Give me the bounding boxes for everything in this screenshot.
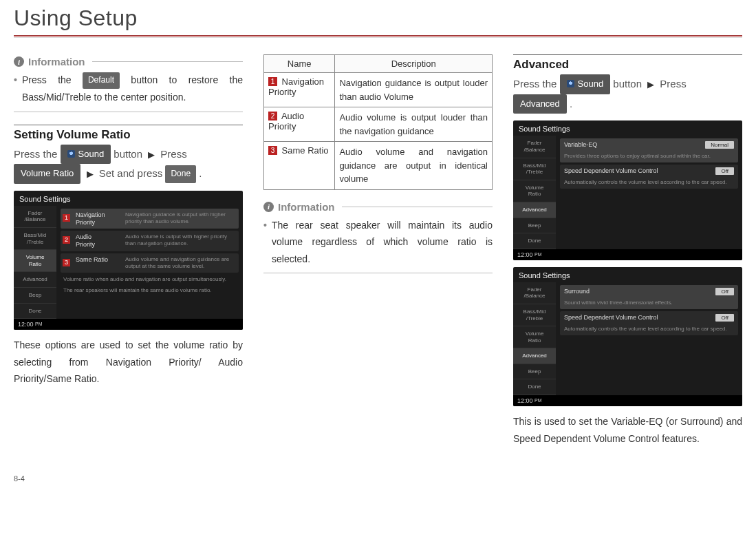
table-row: 3 Same RatioAudio volume and navigation … (264, 142, 493, 190)
sidebar-item[interactable]: Done (513, 379, 556, 395)
option-description: Navigation guidance is output with highe… (125, 211, 235, 225)
info-rule (263, 273, 493, 273)
table-cell-description: Navigation guidance is output louder tha… (335, 73, 493, 107)
column-1: i Information • Press the Default button… (14, 54, 243, 454)
info-heading-rule (342, 207, 493, 207)
sidebar-item[interactable]: Beep (14, 288, 56, 304)
row-number-badge: 1 (63, 214, 70, 222)
sidebar-item[interactable]: VolumeRatio (14, 250, 56, 272)
sidebar-item[interactable]: Fader/Balance (513, 136, 556, 158)
screenshot-note: Volume ratio when audio and navigation a… (61, 275, 239, 286)
option-name: Variable-EQ (564, 141, 701, 149)
option-row[interactable]: Speed Dependent Volume ControlOffAutomat… (560, 311, 738, 335)
option-value-button[interactable]: Off (715, 314, 734, 322)
info-rule (14, 112, 243, 112)
column-3: Advanced Press the Sound button ▶ Press … (513, 54, 742, 454)
option-description: Automatically controls the volume level … (564, 179, 734, 186)
info-icon: i (14, 56, 24, 67)
title-divider (14, 35, 742, 38)
flow-period: . (199, 167, 202, 179)
page-title: Using Setup (14, 6, 742, 31)
screenshot-sidebar: Fader/BalanceBass/Mid/TrebleVolumeRatioA… (14, 206, 56, 319)
column-2: Name Description 1 Navigation PriorityNa… (263, 54, 493, 454)
option-row[interactable]: 3Same RatioAudio volume and navigation g… (61, 253, 239, 273)
sidebar-item[interactable]: Advanced (14, 272, 56, 288)
arrow-icon: ▶ (87, 166, 94, 183)
row-number-badge: 1 (268, 77, 277, 86)
default-button[interactable]: Default (83, 72, 120, 89)
option-row[interactable]: SurroundOffSound within vivid three-dime… (560, 285, 738, 309)
sidebar-item[interactable]: Done (14, 304, 56, 319)
option-description: Audio volume is output with higher prior… (125, 233, 235, 247)
sidebar-item[interactable]: Bass/Mid/Treble (513, 304, 556, 326)
sidebar-item[interactable]: VolumeRatio (513, 180, 556, 202)
info-text-pre: Press the (22, 74, 83, 85)
sidebar-item[interactable]: Beep (513, 364, 556, 380)
information-heading: i Information (263, 201, 493, 213)
flow-text: Set and press (99, 167, 166, 179)
option-row[interactable]: Variable-EQNormalProvides three options … (560, 138, 738, 162)
table-cell-description: Audio volume is output louder than the n… (335, 107, 493, 142)
option-name: AudioPriority (65, 233, 121, 249)
table-cell-name: 3 Same Ratio (264, 142, 335, 190)
table-cell-description: Audio volume and navigation guidance are… (335, 142, 493, 190)
option-description: Sound within vivid three-dimensional eff… (564, 299, 734, 306)
information-heading: i Information (14, 56, 243, 67)
sidebar-item[interactable]: Done (513, 233, 556, 249)
table-cell-name: 2 Audio Priority (264, 107, 335, 142)
row-number-badge: 3 (268, 146, 277, 155)
sidebar-item[interactable]: Bass/Mid/Treble (14, 228, 56, 250)
setting-volume-ratio-heading: Setting Volume Ratio (14, 125, 243, 142)
option-value-button[interactable]: Normal (705, 141, 734, 149)
table-row: 1 Navigation PriorityNavigation guidance… (264, 73, 493, 107)
sound-button[interactable]: Sound (560, 74, 611, 94)
screenshot-main: 1NavigationPriorityNavigation guidance i… (56, 206, 243, 319)
table-header-name: Name (264, 55, 335, 73)
option-row[interactable]: Speed Dependent Volume ControlOffAutomat… (560, 165, 738, 189)
flow-text: Press (660, 78, 686, 90)
sidebar-item[interactable]: Bass/Mid/Treble (513, 158, 556, 180)
sidebar-item[interactable]: Fader/Balance (14, 206, 56, 228)
sound-button[interactable]: Sound (61, 145, 111, 165)
row-number-badge: 2 (268, 112, 277, 120)
screenshot-clock: 12:00 PM (513, 249, 742, 260)
screenshot-title: Sound Settings (513, 267, 742, 282)
information-label: Information (278, 201, 335, 213)
sound-settings-screenshot-3: Sound Settings Fader/BalanceBass/Mid/Tre… (513, 267, 742, 406)
row-number-badge: 2 (63, 236, 70, 244)
option-row[interactable]: 2AudioPriorityAudio volume is output wit… (61, 231, 239, 251)
option-value-button[interactable]: Off (715, 288, 734, 295)
done-button[interactable]: Done (165, 165, 196, 183)
flow-period: . (570, 98, 572, 109)
option-row[interactable]: 1NavigationPriorityNavigation guidance i… (61, 209, 239, 229)
sidebar-item[interactable]: Beep (513, 218, 556, 234)
information-label: Information (28, 56, 85, 67)
option-description: Audio volume and navigation guidance are… (125, 256, 235, 270)
screenshot-note: The rear speakers will maintain the same… (61, 286, 239, 297)
sidebar-item[interactable]: Advanced (513, 202, 556, 218)
screenshot-clock: 12:00 PM (14, 319, 243, 330)
flow-text: Press the (14, 148, 61, 160)
advanced-paragraph: This is used to set the Variable-EQ (or … (513, 413, 742, 447)
flow-text: button (613, 78, 645, 90)
sound-settings-screenshot-2: Sound Settings Fader/BalanceBass/Mid/Tre… (513, 120, 742, 260)
screenshot-sidebar: Fader/BalanceBass/Mid/TrebleVolumeRatioA… (513, 136, 556, 249)
option-value-button[interactable]: Off (715, 167, 734, 175)
sidebar-item[interactable]: VolumeRatio (513, 326, 556, 348)
info-heading-rule (92, 61, 244, 62)
advanced-button[interactable]: Advanced (513, 94, 567, 114)
table-row: 2 Audio PriorityAudio volume is output l… (264, 107, 493, 142)
option-description: Automatically controls the volume level … (564, 326, 734, 333)
sidebar-item[interactable]: Advanced (513, 348, 556, 364)
volume-ratio-paragraph: These options are used to set the volume… (14, 337, 243, 388)
option-name: NavigationPriority (65, 211, 121, 227)
screenshot-title: Sound Settings (14, 191, 243, 206)
table-header-description: Description (335, 55, 493, 73)
option-name: Surround (564, 288, 711, 295)
flow-text: Press the (513, 78, 560, 90)
row-number-badge: 3 (63, 259, 70, 266)
arrow-icon: ▶ (647, 76, 654, 94)
volume-ratio-flow: Press the Sound button ▶ Press Volume Ra… (14, 145, 243, 184)
volume-ratio-button[interactable]: Volume Ratio (14, 164, 80, 184)
sidebar-item[interactable]: Fader/Balance (513, 282, 556, 304)
